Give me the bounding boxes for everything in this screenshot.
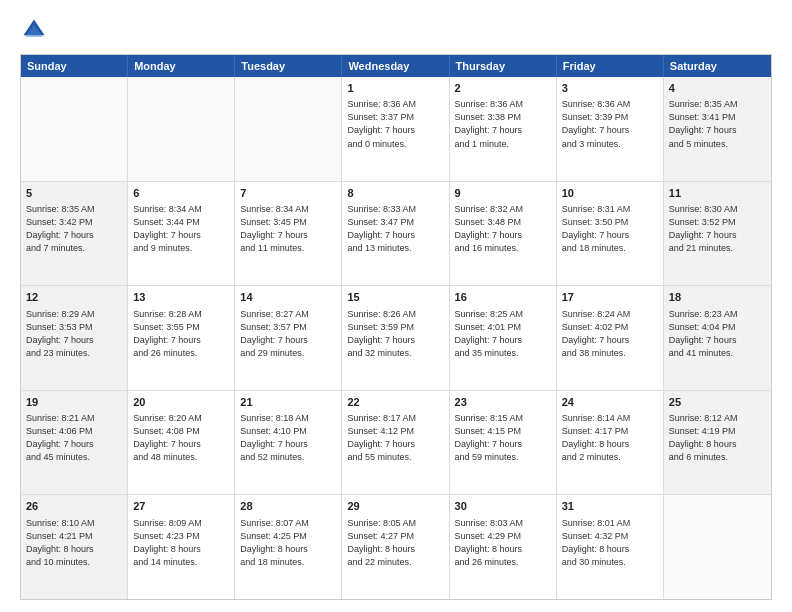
day-number: 13 <box>133 290 229 305</box>
cal-cell <box>235 77 342 181</box>
day-number: 4 <box>669 81 766 96</box>
cal-cell: 23Sunrise: 8:15 AM Sunset: 4:15 PM Dayli… <box>450 391 557 495</box>
day-number: 6 <box>133 186 229 201</box>
day-number: 3 <box>562 81 658 96</box>
cell-info: Sunrise: 8:21 AM Sunset: 4:06 PM Dayligh… <box>26 412 122 464</box>
cell-info: Sunrise: 8:23 AM Sunset: 4:04 PM Dayligh… <box>669 308 766 360</box>
cal-cell: 10Sunrise: 8:31 AM Sunset: 3:50 PM Dayli… <box>557 182 664 286</box>
cell-info: Sunrise: 8:25 AM Sunset: 4:01 PM Dayligh… <box>455 308 551 360</box>
day-number: 14 <box>240 290 336 305</box>
cal-cell: 24Sunrise: 8:14 AM Sunset: 4:17 PM Dayli… <box>557 391 664 495</box>
day-number: 28 <box>240 499 336 514</box>
cal-header-saturday: Saturday <box>664 55 771 77</box>
cell-info: Sunrise: 8:36 AM Sunset: 3:39 PM Dayligh… <box>562 98 658 150</box>
cal-cell: 6Sunrise: 8:34 AM Sunset: 3:44 PM Daylig… <box>128 182 235 286</box>
day-number: 12 <box>26 290 122 305</box>
day-number: 31 <box>562 499 658 514</box>
cal-week-4: 19Sunrise: 8:21 AM Sunset: 4:06 PM Dayli… <box>21 390 771 495</box>
calendar: SundayMondayTuesdayWednesdayThursdayFrid… <box>20 54 772 600</box>
cal-cell: 9Sunrise: 8:32 AM Sunset: 3:48 PM Daylig… <box>450 182 557 286</box>
cal-cell: 11Sunrise: 8:30 AM Sunset: 3:52 PM Dayli… <box>664 182 771 286</box>
cell-info: Sunrise: 8:34 AM Sunset: 3:44 PM Dayligh… <box>133 203 229 255</box>
day-number: 19 <box>26 395 122 410</box>
cal-header-tuesday: Tuesday <box>235 55 342 77</box>
cal-cell: 13Sunrise: 8:28 AM Sunset: 3:55 PM Dayli… <box>128 286 235 390</box>
calendar-body: 1Sunrise: 8:36 AM Sunset: 3:37 PM Daylig… <box>21 77 771 599</box>
day-number: 1 <box>347 81 443 96</box>
cal-cell: 8Sunrise: 8:33 AM Sunset: 3:47 PM Daylig… <box>342 182 449 286</box>
cell-info: Sunrise: 8:33 AM Sunset: 3:47 PM Dayligh… <box>347 203 443 255</box>
cal-cell: 16Sunrise: 8:25 AM Sunset: 4:01 PM Dayli… <box>450 286 557 390</box>
cal-header-monday: Monday <box>128 55 235 77</box>
cal-cell: 31Sunrise: 8:01 AM Sunset: 4:32 PM Dayli… <box>557 495 664 599</box>
cell-info: Sunrise: 8:31 AM Sunset: 3:50 PM Dayligh… <box>562 203 658 255</box>
cal-cell <box>128 77 235 181</box>
cal-cell: 4Sunrise: 8:35 AM Sunset: 3:41 PM Daylig… <box>664 77 771 181</box>
day-number: 24 <box>562 395 658 410</box>
cell-info: Sunrise: 8:05 AM Sunset: 4:27 PM Dayligh… <box>347 517 443 569</box>
cal-week-5: 26Sunrise: 8:10 AM Sunset: 4:21 PM Dayli… <box>21 494 771 599</box>
cell-info: Sunrise: 8:32 AM Sunset: 3:48 PM Dayligh… <box>455 203 551 255</box>
calendar-header-row: SundayMondayTuesdayWednesdayThursdayFrid… <box>21 55 771 77</box>
cell-info: Sunrise: 8:15 AM Sunset: 4:15 PM Dayligh… <box>455 412 551 464</box>
cell-info: Sunrise: 8:18 AM Sunset: 4:10 PM Dayligh… <box>240 412 336 464</box>
cell-info: Sunrise: 8:30 AM Sunset: 3:52 PM Dayligh… <box>669 203 766 255</box>
cell-info: Sunrise: 8:27 AM Sunset: 3:57 PM Dayligh… <box>240 308 336 360</box>
cal-cell: 29Sunrise: 8:05 AM Sunset: 4:27 PM Dayli… <box>342 495 449 599</box>
cell-info: Sunrise: 8:10 AM Sunset: 4:21 PM Dayligh… <box>26 517 122 569</box>
day-number: 27 <box>133 499 229 514</box>
cell-info: Sunrise: 8:14 AM Sunset: 4:17 PM Dayligh… <box>562 412 658 464</box>
cal-cell: 12Sunrise: 8:29 AM Sunset: 3:53 PM Dayli… <box>21 286 128 390</box>
day-number: 5 <box>26 186 122 201</box>
cell-info: Sunrise: 8:36 AM Sunset: 3:37 PM Dayligh… <box>347 98 443 150</box>
cell-info: Sunrise: 8:12 AM Sunset: 4:19 PM Dayligh… <box>669 412 766 464</box>
cell-info: Sunrise: 8:35 AM Sunset: 3:41 PM Dayligh… <box>669 98 766 150</box>
cell-info: Sunrise: 8:29 AM Sunset: 3:53 PM Dayligh… <box>26 308 122 360</box>
cal-cell: 5Sunrise: 8:35 AM Sunset: 3:42 PM Daylig… <box>21 182 128 286</box>
cell-info: Sunrise: 8:26 AM Sunset: 3:59 PM Dayligh… <box>347 308 443 360</box>
cal-cell: 2Sunrise: 8:36 AM Sunset: 3:38 PM Daylig… <box>450 77 557 181</box>
cal-cell: 1Sunrise: 8:36 AM Sunset: 3:37 PM Daylig… <box>342 77 449 181</box>
day-number: 20 <box>133 395 229 410</box>
day-number: 9 <box>455 186 551 201</box>
day-number: 26 <box>26 499 122 514</box>
cal-cell: 25Sunrise: 8:12 AM Sunset: 4:19 PM Dayli… <box>664 391 771 495</box>
logo <box>20 16 52 44</box>
cal-cell: 19Sunrise: 8:21 AM Sunset: 4:06 PM Dayli… <box>21 391 128 495</box>
cell-info: Sunrise: 8:01 AM Sunset: 4:32 PM Dayligh… <box>562 517 658 569</box>
day-number: 29 <box>347 499 443 514</box>
day-number: 2 <box>455 81 551 96</box>
cal-week-1: 1Sunrise: 8:36 AM Sunset: 3:37 PM Daylig… <box>21 77 771 181</box>
cal-cell <box>21 77 128 181</box>
page: SundayMondayTuesdayWednesdayThursdayFrid… <box>0 0 792 612</box>
day-number: 16 <box>455 290 551 305</box>
cell-info: Sunrise: 8:24 AM Sunset: 4:02 PM Dayligh… <box>562 308 658 360</box>
cal-cell: 30Sunrise: 8:03 AM Sunset: 4:29 PM Dayli… <box>450 495 557 599</box>
cell-info: Sunrise: 8:28 AM Sunset: 3:55 PM Dayligh… <box>133 308 229 360</box>
day-number: 7 <box>240 186 336 201</box>
cell-info: Sunrise: 8:17 AM Sunset: 4:12 PM Dayligh… <box>347 412 443 464</box>
cal-cell: 3Sunrise: 8:36 AM Sunset: 3:39 PM Daylig… <box>557 77 664 181</box>
cal-week-2: 5Sunrise: 8:35 AM Sunset: 3:42 PM Daylig… <box>21 181 771 286</box>
cal-cell: 14Sunrise: 8:27 AM Sunset: 3:57 PM Dayli… <box>235 286 342 390</box>
cell-info: Sunrise: 8:34 AM Sunset: 3:45 PM Dayligh… <box>240 203 336 255</box>
day-number: 15 <box>347 290 443 305</box>
cell-info: Sunrise: 8:20 AM Sunset: 4:08 PM Dayligh… <box>133 412 229 464</box>
cal-cell: 18Sunrise: 8:23 AM Sunset: 4:04 PM Dayli… <box>664 286 771 390</box>
day-number: 11 <box>669 186 766 201</box>
cell-info: Sunrise: 8:35 AM Sunset: 3:42 PM Dayligh… <box>26 203 122 255</box>
cal-cell: 20Sunrise: 8:20 AM Sunset: 4:08 PM Dayli… <box>128 391 235 495</box>
cal-header-thursday: Thursday <box>450 55 557 77</box>
cell-info: Sunrise: 8:09 AM Sunset: 4:23 PM Dayligh… <box>133 517 229 569</box>
cal-cell: 7Sunrise: 8:34 AM Sunset: 3:45 PM Daylig… <box>235 182 342 286</box>
day-number: 17 <box>562 290 658 305</box>
cell-info: Sunrise: 8:07 AM Sunset: 4:25 PM Dayligh… <box>240 517 336 569</box>
day-number: 18 <box>669 290 766 305</box>
cal-week-3: 12Sunrise: 8:29 AM Sunset: 3:53 PM Dayli… <box>21 285 771 390</box>
day-number: 30 <box>455 499 551 514</box>
cal-header-friday: Friday <box>557 55 664 77</box>
cal-cell: 21Sunrise: 8:18 AM Sunset: 4:10 PM Dayli… <box>235 391 342 495</box>
cal-header-wednesday: Wednesday <box>342 55 449 77</box>
day-number: 8 <box>347 186 443 201</box>
cell-info: Sunrise: 8:03 AM Sunset: 4:29 PM Dayligh… <box>455 517 551 569</box>
